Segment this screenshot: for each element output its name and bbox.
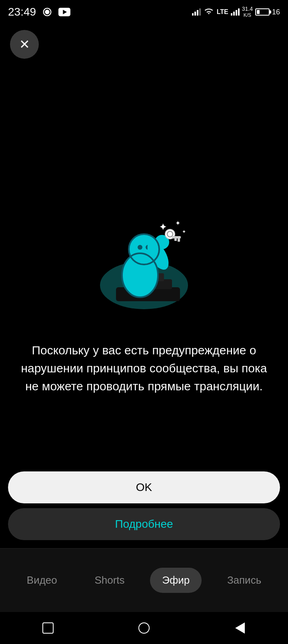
youtube-icon (58, 8, 70, 16)
status-icons-right: LTE 31.4 K/S 16 (192, 6, 280, 18)
status-time: 23:49 (8, 6, 36, 18)
svg-text:✦: ✦ (175, 220, 180, 227)
illustration-container: ✦ ✦ ✦ (88, 209, 200, 321)
nav-label-zapis: Запись (227, 574, 261, 586)
close-icon: ✕ (19, 38, 30, 51)
nav-home-button[interactable] (134, 618, 154, 638)
svg-rect-16 (172, 236, 181, 239)
recording-icon (42, 6, 53, 18)
svg-text:✦: ✦ (159, 222, 166, 232)
nav-square-button[interactable] (38, 618, 58, 638)
ok-button[interactable]: OK (8, 471, 280, 503)
more-button[interactable]: Подробнее (8, 508, 280, 540)
close-button[interactable]: ✕ (10, 30, 39, 59)
nav-item-zapis[interactable]: Запись (215, 568, 273, 593)
buttons-area: OK Подробнее (0, 471, 288, 540)
warning-illustration: ✦ ✦ ✦ (92, 213, 196, 317)
network-speed: 31.4 K/S (242, 6, 253, 18)
nav-label-efir: Эфир (162, 574, 190, 586)
svg-text:✦: ✦ (182, 229, 186, 235)
battery-percent: 16 (272, 8, 280, 16)
nav-label-shorts: Shorts (94, 574, 124, 586)
square-icon (42, 622, 54, 634)
status-bar: 23:49 LTE (0, 0, 288, 24)
lte-signal-icon (231, 8, 240, 16)
svg-rect-18 (174, 239, 177, 241)
nav-item-video[interactable]: Видео (15, 568, 69, 593)
svg-point-10 (138, 245, 142, 250)
svg-point-1 (45, 10, 50, 14)
battery-fill (257, 10, 260, 14)
main-content: ✦ ✦ ✦ Поскольку у вас есть предупреждени… (0, 64, 288, 540)
svg-rect-17 (178, 239, 180, 242)
nav-item-shorts[interactable]: Shorts (82, 568, 136, 593)
battery-icon (255, 8, 270, 16)
nav-item-efir[interactable]: Эфир (150, 568, 202, 593)
circle-icon (138, 622, 150, 634)
message-text: Поскольку у вас есть предупреждение о на… (20, 341, 268, 395)
wifi-icon (203, 8, 214, 16)
lte-label1: LTE (217, 8, 228, 16)
back-icon (235, 622, 245, 634)
nav-label-video: Видео (27, 574, 57, 586)
bottom-nav: Видео Shorts Эфир Запись (0, 548, 288, 612)
nav-back-button[interactable] (230, 618, 250, 638)
signal-icon (192, 8, 201, 16)
system-bar (0, 612, 288, 644)
